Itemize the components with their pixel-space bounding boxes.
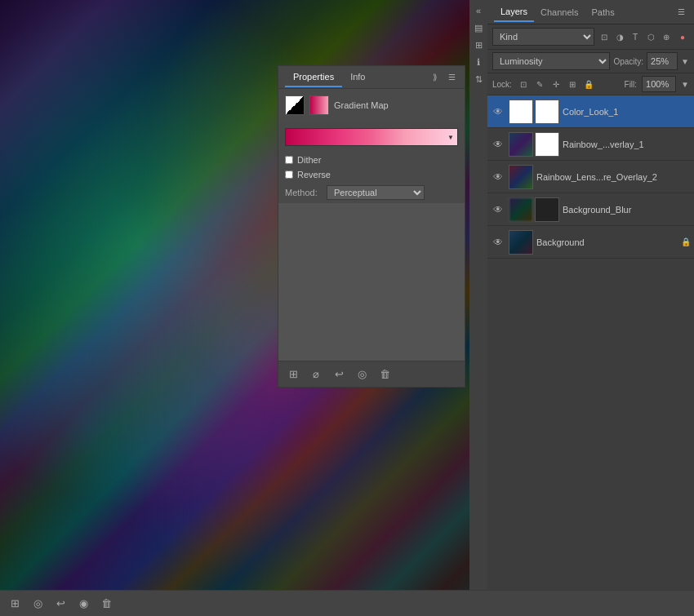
opacity-input[interactable]: [647, 52, 678, 70]
delete-layer-icon[interactable]: 🗑: [98, 596, 114, 612]
method-row: Method: Perceptual: [278, 182, 465, 203]
type-filter-icon[interactable]: T: [629, 30, 642, 43]
blend-mode-select[interactable]: Luminosity: [492, 52, 610, 70]
info-icon[interactable]: ℹ: [471, 55, 486, 69]
properties-panel: Properties Info ⟫ ☰ Gradient Map ▼: [278, 65, 465, 388]
properties-tabs: Properties Info: [285, 68, 429, 87]
add-mask-icon[interactable]: ↩: [52, 596, 69, 612]
gradient-preview[interactable]: ▼: [285, 128, 458, 146]
add-adjustment-icon[interactable]: ⊞: [285, 366, 301, 383]
layer-name: Rainbow_...verlay_1: [563, 140, 691, 149]
layer-visibility-toggle[interactable]: 👁: [491, 235, 505, 250]
kind-select[interactable]: Kind: [492, 28, 594, 46]
lock-icons: ⊡ ✎ ✛ ⊞ 🔒: [517, 78, 595, 91]
gradient-map-icon-bw: [285, 95, 305, 115]
layers-tabs: Layers Channels Paths ☰: [487, 0, 694, 24]
delete-icon[interactable]: 🗑: [376, 366, 393, 383]
kind-filter-icons: ⊡ ◑ T ⬡ ⊕: [598, 30, 673, 43]
layer-item[interactable]: 👁 Rainbow_Lens...re_Overlay_2: [487, 161, 694, 193]
dither-label: Dither: [297, 155, 321, 165]
fill-dropdown-arrow[interactable]: ▼: [681, 80, 689, 89]
kind-row: Kind ⊡ ◑ T ⬡ ⊕ ●: [487, 24, 694, 50]
layer-thumbnail: [509, 132, 533, 157]
tab-properties[interactable]: Properties: [285, 68, 342, 87]
layer-name: Background: [536, 237, 678, 247]
properties-header-icons: ⟫ ☰: [429, 71, 458, 84]
tab-layers[interactable]: Layers: [494, 2, 534, 22]
layer-thumbs: [509, 132, 559, 157]
adjustment-filter-icon[interactable]: ◑: [613, 30, 626, 43]
gradient-map-label: Gradient Map: [334, 100, 389, 110]
lock-fill-row: Lock: ⊡ ✎ ✛ ⊞ 🔒 Fill: ▼: [487, 73, 694, 95]
menu-icon[interactable]: ☰: [445, 71, 458, 84]
layers-icon[interactable]: ▤: [471, 20, 486, 35]
collapse-left-icon[interactable]: «: [471, 3, 486, 18]
smart-filter-icon[interactable]: ⊕: [660, 30, 673, 43]
fill-input[interactable]: [642, 76, 676, 92]
lock-all-icon[interactable]: 🔒: [582, 78, 595, 91]
filter-active-icon[interactable]: ●: [676, 30, 689, 43]
layer-mask-thumbnail: [535, 100, 559, 124]
fill-label: Fill:: [625, 80, 638, 89]
layer-visibility-toggle[interactable]: 👁: [491, 170, 505, 184]
link-icon[interactable]: ⌀: [308, 366, 324, 383]
tab-paths[interactable]: Paths: [585, 3, 621, 21]
new-group-icon[interactable]: ◉: [75, 596, 91, 612]
layer-item[interactable]: 👁 Background 🔒: [487, 226, 694, 259]
tab-channels[interactable]: Channels: [534, 3, 585, 21]
tab-info[interactable]: Info: [342, 68, 373, 87]
gradient-arrow: ▼: [447, 134, 454, 141]
lock-image-icon[interactable]: ✎: [533, 78, 546, 91]
dither-checkbox[interactable]: [285, 156, 293, 164]
layer-name: Rainbow_Lens...re_Overlay_2: [536, 172, 691, 182]
layer-thumbnail: [509, 165, 533, 189]
expand-icon[interactable]: ⟫: [429, 71, 442, 84]
layer-mask-thumbnail: [535, 132, 559, 157]
layer-thumbs: [509, 197, 559, 222]
method-select[interactable]: Perceptual: [327, 185, 425, 200]
reverse-label: Reverse: [297, 170, 331, 179]
blend-opacity-row: Luminosity Opacity: ▼: [487, 50, 694, 73]
layer-item[interactable]: 👁 Color_Look_1: [487, 95, 694, 128]
adjustments-icon[interactable]: ⊞: [471, 38, 486, 52]
layer-visibility-toggle[interactable]: 👁: [491, 104, 505, 119]
right-side: « ▤ ⊞ ℹ ⇅ Layers Channels Paths ☰ Kind: [469, 0, 694, 616]
layer-visibility-toggle[interactable]: 👁: [491, 137, 505, 152]
layer-mask-thumbnail: [535, 197, 559, 222]
properties-footer: ⊞ ⌀ ↩ ◎ 🗑: [278, 361, 465, 387]
layer-item[interactable]: 👁 Background_Blur: [487, 193, 694, 226]
layer-thumbnail: [509, 230, 533, 255]
link-layers-icon[interactable]: ⊞: [7, 596, 23, 612]
layer-style-icon[interactable]: ◎: [29, 596, 46, 612]
reverse-row: Reverse: [278, 167, 465, 182]
layer-name: Color_Look_1: [563, 107, 691, 117]
gradient-map-header: Gradient Map: [278, 89, 465, 122]
visibility-icon[interactable]: ◎: [354, 366, 370, 383]
opacity-dropdown-arrow[interactable]: ▼: [681, 57, 689, 66]
layers-panel: Layers Channels Paths ☰ Kind ⊡ ◑ T ⬡ ⊕ ●: [487, 0, 694, 616]
layer-thumbnail: [509, 197, 533, 222]
panel-strip: « ▤ ⊞ ℹ ⇅: [469, 0, 487, 616]
dither-row: Dither: [278, 153, 465, 167]
gradient-preview-row: ▼: [278, 122, 465, 153]
method-label: Method:: [285, 188, 322, 197]
properties-content-area: [278, 203, 465, 366]
lock-artboard-icon[interactable]: ⊞: [566, 78, 579, 91]
pixel-filter-icon[interactable]: ⊡: [598, 30, 611, 43]
layer-name: Background_Blur: [563, 205, 691, 215]
properties-panel-header: Properties Info ⟫ ☰: [278, 66, 465, 89]
lock-transparent-icon[interactable]: ⊡: [517, 78, 530, 91]
reset-icon[interactable]: ↩: [331, 366, 347, 383]
lock-position-icon[interactable]: ✛: [549, 78, 563, 91]
layer-visibility-toggle[interactable]: 👁: [491, 202, 505, 217]
layer-thumbnail: [509, 100, 533, 124]
transfer-icon[interactable]: ⇅: [471, 72, 486, 86]
shape-filter-icon[interactable]: ⬡: [644, 30, 657, 43]
canvas-area: Properties Info ⟫ ☰ Gradient Map ▼: [0, 0, 469, 616]
layers-menu-button[interactable]: ☰: [674, 6, 687, 19]
reverse-checkbox[interactable]: [285, 171, 293, 179]
layer-thumbs: [509, 230, 533, 255]
lock-label: Lock:: [492, 80, 512, 89]
layer-lock-icon: 🔒: [681, 237, 691, 246]
layer-item[interactable]: 👁 Rainbow_...verlay_1: [487, 128, 694, 161]
